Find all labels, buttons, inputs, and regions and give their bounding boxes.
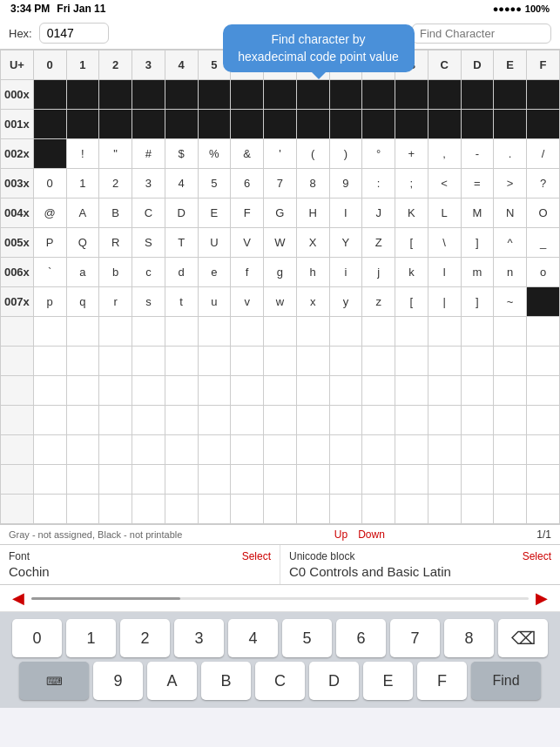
table-cell[interactable]: [ — [395, 287, 428, 317]
table-cell[interactable]: s — [132, 287, 165, 317]
nav-up[interactable]: Up — [334, 528, 347, 541]
table-cell[interactable]: R — [99, 228, 132, 258]
table-cell[interactable]: # — [132, 139, 165, 169]
table-cell[interactable]: . — [494, 139, 527, 169]
table-cell[interactable]: ' — [264, 139, 297, 169]
table-cell[interactable] — [428, 110, 461, 139]
table-cell[interactable]: [ — [395, 228, 428, 258]
table-cell[interactable] — [362, 110, 395, 139]
table-cell[interactable]: M — [461, 199, 494, 228]
footer-nav[interactable]: Up Down — [334, 528, 385, 541]
key-6[interactable]: 6 — [336, 619, 386, 657]
table-cell[interactable]: ~ — [494, 287, 527, 317]
table-cell[interactable]: r — [99, 287, 132, 317]
table-cell[interactable] — [33, 139, 66, 169]
table-cell[interactable] — [296, 80, 329, 110]
table-cell[interactable]: < — [428, 169, 461, 199]
font-select-button[interactable]: Select — [242, 550, 271, 562]
table-cell[interactable]: ! — [66, 139, 99, 169]
table-cell[interactable]: / — [527, 139, 560, 169]
key-9[interactable]: 9 — [93, 662, 143, 700]
table-cell[interactable]: q — [66, 287, 99, 317]
table-cell[interactable]: B — [99, 199, 132, 228]
table-cell[interactable]: \ — [428, 228, 461, 258]
table-cell[interactable]: ° — [362, 139, 395, 169]
table-cell[interactable] — [527, 80, 560, 110]
table-cell[interactable]: , — [428, 139, 461, 169]
table-cell[interactable]: Y — [329, 228, 362, 258]
key-b[interactable]: B — [201, 662, 251, 700]
table-cell[interactable]: e — [198, 258, 231, 287]
table-cell[interactable]: S — [132, 228, 165, 258]
table-cell[interactable] — [527, 287, 560, 317]
table-row[interactable]: 001x — [1, 110, 560, 139]
table-cell[interactable]: U — [198, 228, 231, 258]
table-cell[interactable]: $ — [165, 139, 198, 169]
table-cell[interactable]: ` — [33, 258, 66, 287]
table-cell[interactable]: : — [362, 169, 395, 199]
table-cell[interactable]: ^ — [494, 228, 527, 258]
table-cell[interactable]: T — [165, 228, 198, 258]
table-row[interactable]: 004x@ABCDEFGHIJKLMNO — [1, 199, 560, 228]
table-cell[interactable] — [329, 110, 362, 139]
table-row[interactable]: 005xPQRSTUVWXYZ[\]^_ — [1, 228, 560, 258]
table-cell[interactable]: b — [99, 258, 132, 287]
table-cell[interactable]: g — [264, 258, 297, 287]
key-8[interactable]: 8 — [444, 619, 494, 657]
table-cell[interactable]: & — [231, 139, 264, 169]
table-cell[interactable]: 9 — [329, 169, 362, 199]
table-cell[interactable]: ) — [329, 139, 362, 169]
table-cell[interactable] — [329, 80, 362, 110]
table-cell[interactable]: X — [296, 228, 329, 258]
table-cell[interactable]: 5 — [198, 169, 231, 199]
table-cell[interactable] — [33, 110, 66, 139]
hex-input[interactable] — [39, 23, 109, 44]
table-cell[interactable] — [296, 110, 329, 139]
key-7[interactable]: 7 — [390, 619, 440, 657]
table-cell[interactable]: D — [165, 199, 198, 228]
table-cell[interactable]: - — [461, 139, 494, 169]
table-cell[interactable]: t — [165, 287, 198, 317]
table-cell[interactable]: 3 — [132, 169, 165, 199]
table-cell[interactable]: 4 — [165, 169, 198, 199]
key-3[interactable]: 3 — [174, 619, 224, 657]
table-cell[interactable]: = — [461, 169, 494, 199]
table-cell[interactable] — [132, 80, 165, 110]
table-cell[interactable] — [461, 80, 494, 110]
key-delete[interactable]: ⌫ — [498, 619, 548, 657]
table-cell[interactable]: v — [231, 287, 264, 317]
table-cell[interactable] — [461, 110, 494, 139]
table-cell[interactable] — [231, 80, 264, 110]
table-cell[interactable]: k — [395, 258, 428, 287]
table-cell[interactable]: o — [527, 258, 560, 287]
table-cell[interactable]: @ — [33, 199, 66, 228]
table-cell[interactable]: n — [494, 258, 527, 287]
table-cell[interactable] — [33, 80, 66, 110]
table-cell[interactable]: 1 — [66, 169, 99, 199]
table-cell[interactable] — [165, 110, 198, 139]
table-cell[interactable]: O — [527, 199, 560, 228]
table-cell[interactable]: C — [132, 199, 165, 228]
table-cell[interactable]: l — [428, 258, 461, 287]
table-cell[interactable] — [362, 80, 395, 110]
scroll-right-arrow[interactable]: ▶ — [532, 589, 551, 608]
table-cell[interactable]: A — [66, 199, 99, 228]
key-a[interactable]: A — [147, 662, 197, 700]
table-cell[interactable]: f — [231, 258, 264, 287]
table-cell[interactable] — [198, 80, 231, 110]
key-2[interactable]: 2 — [120, 619, 170, 657]
name-input[interactable] — [412, 24, 551, 44]
table-cell[interactable]: a — [66, 258, 99, 287]
table-cell[interactable]: z — [362, 287, 395, 317]
table-cell[interactable] — [66, 80, 99, 110]
table-row[interactable]: 000x — [1, 80, 560, 110]
table-cell[interactable]: 7 — [264, 169, 297, 199]
table-row[interactable]: 006x`abcdefghijklmno — [1, 258, 560, 287]
table-cell[interactable]: V — [231, 228, 264, 258]
table-row[interactable]: 003x0123456789:;<=>? — [1, 169, 560, 199]
table-cell[interactable]: 8 — [296, 169, 329, 199]
table-cell[interactable]: j — [362, 258, 395, 287]
table-cell[interactable]: 2 — [99, 169, 132, 199]
table-cell[interactable]: " — [99, 139, 132, 169]
key-c[interactable]: C — [255, 662, 305, 700]
